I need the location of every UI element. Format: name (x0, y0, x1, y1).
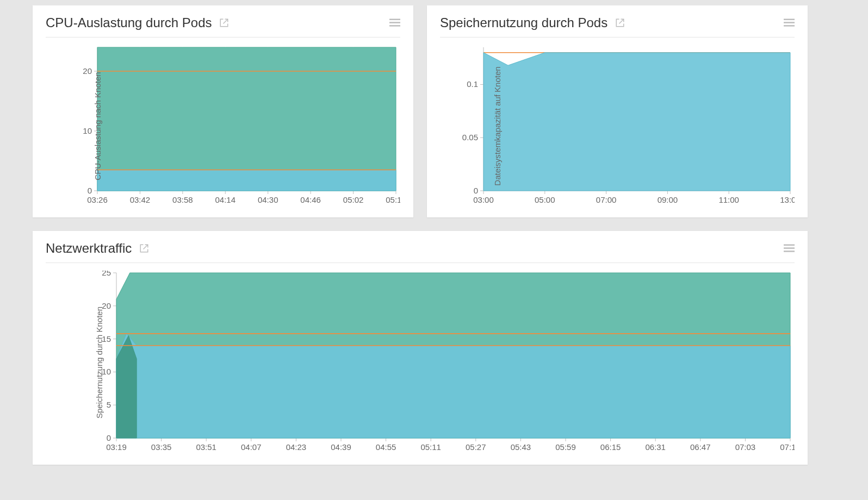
panel-net: Netzwerktraffic Speichernutzung durch Kn… (33, 231, 808, 465)
svg-rect-50 (784, 245, 795, 246)
svg-text:04:07: 04:07 (241, 442, 262, 452)
svg-text:09:00: 09:00 (658, 195, 678, 204)
chart-cpu: CPU-Auslastung nach Knoten 0102003:2603:… (46, 45, 400, 207)
panel-title: CPU-Auslastung durch Pods (46, 15, 212, 30)
svg-text:05:00: 05:00 (535, 195, 555, 204)
panel-header: CPU-Auslastung durch Pods (46, 15, 400, 38)
svg-text:03:00: 03:00 (473, 195, 494, 204)
panel-mem: Speichernutzung durch Pods Dateisystemka… (427, 5, 808, 217)
svg-text:04:46: 04:46 (300, 195, 321, 204)
svg-text:20: 20 (83, 66, 92, 76)
hamburger-icon[interactable] (784, 243, 795, 253)
svg-text:0.1: 0.1 (467, 79, 478, 89)
svg-rect-52 (784, 251, 795, 252)
svg-text:0: 0 (474, 186, 478, 195)
svg-text:04:55: 04:55 (376, 442, 396, 452)
svg-text:13:00: 13:00 (780, 195, 795, 204)
svg-text:11:00: 11:00 (718, 195, 739, 204)
svg-text:05:02: 05:02 (343, 195, 364, 204)
svg-text:04:30: 04:30 (258, 195, 278, 204)
svg-text:05:59: 05:59 (555, 442, 576, 452)
svg-text:04:14: 04:14 (215, 195, 236, 204)
external-link-icon[interactable] (615, 18, 625, 28)
svg-text:07:00: 07:00 (596, 195, 617, 204)
panel-title: Netzwerktraffic (46, 241, 132, 256)
svg-rect-28 (784, 22, 795, 23)
y-axis-label: Dateisystemkapazität auf Knoten (493, 66, 502, 185)
svg-rect-29 (784, 25, 795, 27)
svg-text:07:03: 07:03 (735, 442, 756, 452)
svg-text:03:58: 03:58 (172, 195, 193, 204)
svg-text:25: 25 (102, 271, 111, 277)
svg-text:06:31: 06:31 (645, 442, 666, 452)
svg-text:03:51: 03:51 (196, 442, 216, 452)
y-axis-label: CPU-Auslastung nach Knoten (93, 72, 102, 180)
chart-mem: Dateisystemkapazität auf Knoten 00.050.1… (440, 45, 795, 207)
svg-text:05:18: 05:18 (386, 195, 400, 204)
svg-text:0.05: 0.05 (462, 133, 478, 142)
svg-text:03:42: 03:42 (130, 195, 151, 204)
y-axis-label: Speichernutzung durch Knoten (95, 307, 104, 418)
svg-text:03:19: 03:19 (106, 442, 127, 452)
panel-header: Speichernutzung durch Pods (440, 15, 795, 38)
svg-text:05:27: 05:27 (466, 442, 486, 452)
svg-text:06:47: 06:47 (690, 442, 711, 452)
svg-text:10: 10 (83, 126, 92, 135)
svg-text:0: 0 (107, 433, 111, 442)
hamburger-icon[interactable] (389, 18, 400, 28)
svg-rect-51 (784, 247, 795, 249)
chart-net: Speichernutzung durch Knoten 05101520250… (46, 271, 795, 454)
svg-text:06:15: 06:15 (600, 442, 621, 452)
panel-title: Speichernutzung durch Pods (440, 15, 607, 30)
svg-rect-0 (389, 19, 400, 21)
hamburger-icon[interactable] (784, 18, 795, 28)
svg-text:5: 5 (107, 400, 111, 409)
svg-text:05:43: 05:43 (511, 442, 531, 452)
panel-cpu: CPU-Auslastung durch Pods CPU-Auslastung… (33, 5, 413, 217)
svg-text:04:39: 04:39 (331, 442, 351, 452)
svg-rect-27 (784, 19, 795, 21)
svg-text:05:11: 05:11 (420, 442, 441, 452)
external-link-icon[interactable] (139, 243, 149, 253)
svg-rect-1 (389, 22, 400, 23)
svg-text:03:26: 03:26 (87, 195, 108, 204)
svg-text:07:19: 07:19 (780, 442, 795, 452)
svg-text:03:35: 03:35 (151, 442, 172, 452)
svg-rect-2 (389, 25, 400, 27)
panel-header: Netzwerktraffic (46, 241, 795, 263)
svg-text:0: 0 (88, 186, 92, 195)
svg-text:04:23: 04:23 (286, 442, 307, 452)
external-link-icon[interactable] (219, 18, 229, 28)
